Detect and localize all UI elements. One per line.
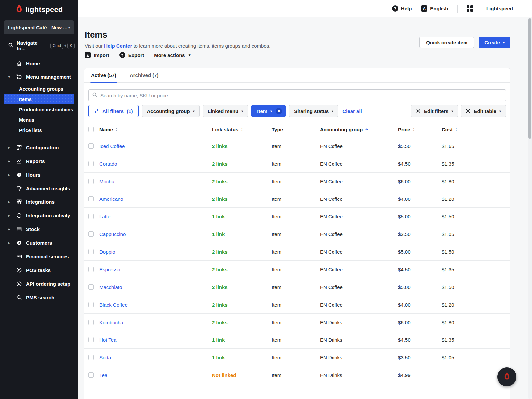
scrollbar-thumb[interactable] [528,18,531,139]
row-actions-button[interactable] [500,320,510,325]
row-actions-button[interactable] [500,179,510,184]
row-actions-button[interactable] [500,355,510,360]
item-name-link[interactable]: Black Coffee [99,302,212,308]
item-name-link[interactable]: Hot Tea [99,337,212,343]
sidebar-item-stock[interactable]: ▸Stock [0,222,78,236]
row-checkbox[interactable] [88,249,94,254]
store-selector[interactable]: Lightspeed Café - New ... ▾ [4,20,74,34]
linked-menu-filter[interactable]: Linked menu ▾ [203,105,248,117]
column-header-link-status[interactable]: Link status ▲▼ [212,127,272,132]
import-button[interactable]: Import [85,52,109,58]
item-name-link[interactable]: Iced Coffee [99,143,212,149]
create-button[interactable]: Create ▾ [479,37,510,48]
all-filters-button[interactable]: All filters (1) [88,105,139,117]
remove-filter-icon[interactable]: ✕ [276,108,282,114]
tab-archived[interactable]: Archived (7) [129,72,159,82]
row-checkbox[interactable] [88,143,94,149]
chevron-right-icon[interactable]: ▸ [8,214,12,217]
row-checkbox[interactable] [88,231,94,237]
sidebar-item-price-lists[interactable]: Price lists [4,125,74,135]
quick-create-item-button[interactable]: Quick create item [419,37,474,48]
chevron-right-icon[interactable]: ▸ [8,200,12,204]
row-checkbox[interactable] [88,284,94,290]
row-actions-button[interactable] [500,161,510,166]
chevron-right-icon[interactable]: ▸ [8,146,12,149]
help-menu[interactable]: ? Help [392,5,412,12]
edit-filters-button[interactable]: Edit filters ▾ [411,105,458,117]
sidebar-item-accounting-groups[interactable]: Accounting groups [4,84,74,94]
item-name-link[interactable]: Doppio [99,249,212,255]
clear-all-link[interactable]: Clear all [342,108,362,114]
sidebar-item-integration-activity[interactable]: ▸Integration activity [0,209,78,222]
row-actions-button[interactable] [500,337,510,342]
chevron-right-icon[interactable]: ▸ [8,159,12,163]
navigate-to-search[interactable]: Navigate to... Cmd + K [0,34,78,53]
sidebar-item-production-instructions[interactable]: Production instructions [4,104,74,115]
sidebar-item-financial-services[interactable]: Financial services [0,250,78,263]
select-all-checkbox[interactable] [88,127,94,132]
row-actions-button[interactable] [500,144,510,149]
sidebar-item-menus[interactable]: Menus [4,115,74,125]
chevron-down-icon[interactable]: ▾ [8,75,12,79]
row-checkbox[interactable] [88,355,94,360]
column-header-price[interactable]: Price ▲▼ [398,127,442,132]
apps-grid-icon[interactable] [467,5,473,12]
type-filter-chip[interactable]: Item ▾ ✕ [251,105,286,117]
row-checkbox[interactable] [88,267,94,272]
row-actions-button[interactable] [500,285,510,290]
column-header-type[interactable]: Type [272,127,320,132]
row-actions-button[interactable] [500,214,510,219]
sidebar-item-menu-management[interactable]: ▾Menu management [0,70,78,84]
sidebar-item-configuration[interactable]: ▸Configuration [0,141,78,154]
help-center-link[interactable]: Help Center [104,43,132,49]
sidebar-item-home[interactable]: Home [0,57,78,70]
account-menu[interactable]: Lightspeed [486,6,513,11]
row-actions-button[interactable] [500,267,510,272]
chevron-right-icon[interactable]: ▸ [8,173,12,177]
sidebar-item-reports[interactable]: ▸Reports [0,154,78,168]
chevron-right-icon[interactable]: ▸ [8,241,12,245]
sidebar-item-items[interactable]: Items [4,94,74,104]
sidebar-item-customers[interactable]: ▸Customers [0,236,78,250]
column-header-name[interactable]: Name ▲▼ [99,127,212,132]
item-name-link[interactable]: Cortado [99,161,212,167]
row-checkbox[interactable] [88,179,94,184]
row-checkbox[interactable] [88,214,94,219]
sidebar-item-integrations[interactable]: ▸Integrations [0,195,78,209]
tab-active[interactable]: Active (57) [90,72,117,82]
row-actions-button[interactable] [500,302,510,307]
row-checkbox[interactable] [88,161,94,166]
item-name-link[interactable]: Mocha [99,179,212,184]
sidebar-item-pos-tasks[interactable]: POS tasks [0,263,78,277]
export-button[interactable]: Export [119,52,144,58]
item-name-link[interactable]: Cappuccino [99,231,212,237]
row-checkbox[interactable] [88,372,94,378]
row-checkbox[interactable] [88,196,94,201]
column-header-cost[interactable]: Cost ▲▼ [442,127,500,132]
item-name-link[interactable]: Soda [99,355,212,360]
row-actions-button[interactable] [500,197,510,201]
item-name-link[interactable]: Americano [99,196,212,202]
item-name-link[interactable]: Kombucha [99,320,212,325]
edit-table-button[interactable]: Edit table ▾ [461,105,506,117]
item-name-link[interactable]: Espresso [99,267,212,272]
sidebar-item-advanced-insights[interactable]: Advanced insights [0,182,78,195]
item-name-link[interactable]: Latte [99,214,212,219]
row-checkbox[interactable] [88,337,94,342]
row-actions-button[interactable] [500,232,510,237]
accounting-group-filter[interactable]: Accounting group ▾ [142,105,200,117]
row-checkbox[interactable] [88,302,94,307]
row-checkbox[interactable] [88,320,94,325]
sharing-status-filter[interactable]: Sharing status ▾ [289,105,338,117]
item-name-link[interactable]: Tea [99,372,212,378]
item-name-link[interactable]: Macchiato [99,284,212,290]
sidebar-item-hours[interactable]: ▸Hours [0,168,78,182]
chevron-right-icon[interactable]: ▸ [8,227,12,231]
more-actions-button[interactable]: More actions ▼ [154,52,191,58]
search-input[interactable] [100,93,502,98]
sidebar-item-api-ordering-setup[interactable]: API ordering setup [0,277,78,291]
lightspeed-assistant-button[interactable] [497,367,516,386]
row-actions-button[interactable] [500,249,510,254]
column-header-accounting-group[interactable]: Accounting group [320,127,398,132]
language-menu[interactable]: A English [421,5,448,12]
